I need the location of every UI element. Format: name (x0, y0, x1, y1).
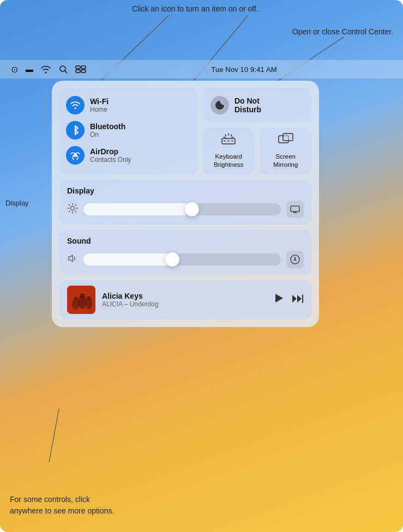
annotation-bottom-left: For some controls, click anywhere to see… (10, 494, 114, 517)
annotation-top-right: Open or close Control Center. (292, 27, 393, 36)
svg-line-28 (69, 204, 70, 205)
svg-rect-9 (76, 70, 80, 72)
display-label: Display (67, 186, 304, 195)
svg-line-17 (225, 135, 226, 136)
dnd-icon[interactable] (210, 96, 229, 114)
svg-line-31 (69, 211, 70, 212)
airdrop-toggle-icon[interactable] (66, 146, 85, 165)
svg-line-6 (65, 71, 67, 73)
sound-volume-icon (67, 253, 78, 266)
svg-line-19 (224, 137, 226, 138)
svg-rect-22 (283, 134, 293, 141)
top-row: Wi-Fi Home Bluetooth On (59, 88, 311, 174)
screen-mirroring-label: Screen Mirroring (264, 153, 307, 169)
display-brightness-icon (67, 203, 78, 216)
track-name: Alicia Keys (102, 292, 268, 300)
svg-rect-15 (231, 140, 233, 142)
airdrop-title: AirDrop (90, 147, 131, 156)
keyboard-brightness-label: Keyboard Brightness (207, 153, 250, 169)
wifi-subtitle: Home (90, 106, 109, 113)
svg-point-42 (80, 293, 85, 299)
album-art-image (67, 286, 95, 314)
svg-point-41 (74, 297, 78, 301)
album-art (67, 286, 95, 314)
connectivity-card[interactable]: Wi-Fi Home Bluetooth On (59, 88, 197, 174)
search-icon[interactable] (59, 65, 68, 74)
playback-controls (274, 293, 304, 306)
annotation-top-center: Click an icon to turn an item on or off. (132, 4, 258, 13)
screen-mirroring-icon (278, 133, 293, 148)
dnd-text: Do Not Disturb (234, 96, 261, 114)
svg-line-29 (75, 211, 76, 212)
svg-rect-7 (76, 66, 80, 69)
now-playing-section: Alicia Keys ALICIA – Underdog (59, 280, 311, 319)
right-tiles: Do Not Disturb (203, 88, 311, 174)
menubar-left-icons: ⊙ ▬ (11, 64, 86, 75)
play-button[interactable] (274, 293, 284, 306)
svg-line-18 (231, 135, 232, 136)
control-center-icon[interactable] (75, 65, 86, 74)
display-slider[interactable] (83, 203, 281, 215)
svg-rect-13 (224, 140, 226, 142)
airdrop-item[interactable]: AirDrop Contacts Only (66, 146, 191, 165)
small-tiles: Keyboard Brightness Screen Mirroring (203, 128, 311, 174)
svg-rect-14 (227, 140, 230, 142)
bluetooth-text: Bluetooth On (90, 122, 125, 138)
menubar: ⊙ ▬ Tue Nov 10 9: (0, 60, 403, 78)
svg-point-36 (294, 257, 296, 258)
airplay-icon[interactable] (286, 251, 304, 268)
battery-icon[interactable]: ▬ (26, 65, 33, 74)
menubar-datetime: Tue Nov 10 9:41 AM (96, 65, 392, 74)
bluetooth-subtitle: On (90, 131, 125, 138)
svg-rect-32 (291, 206, 299, 211)
wifi-toggle-icon[interactable] (66, 96, 85, 114)
svg-rect-8 (81, 66, 86, 69)
airdrop-subtitle: Contacts Only (90, 156, 131, 164)
svg-point-23 (71, 206, 75, 210)
svg-line-30 (75, 204, 76, 205)
svg-line-20 (232, 137, 233, 138)
sound-slider[interactable] (83, 253, 281, 265)
now-playing-icon[interactable]: ⊙ (11, 64, 18, 75)
bluetooth-title: Bluetooth (90, 122, 125, 131)
keyboard-brightness-icon (221, 133, 236, 148)
screen-mirroring-tile[interactable]: Screen Mirroring (260, 128, 311, 174)
sound-section: Sound (59, 230, 311, 275)
airdrop-text: AirDrop Contacts Only (90, 147, 131, 164)
display-section: Display (59, 180, 311, 225)
bluetooth-toggle-icon[interactable] (66, 121, 85, 140)
wifi-item[interactable]: Wi-Fi Home (66, 96, 191, 114)
svg-rect-10 (81, 70, 86, 72)
wifi-text: Wi-Fi Home (90, 97, 109, 113)
wifi-title: Wi-Fi (90, 97, 109, 106)
track-info: Alicia Keys ALICIA – Underdog (102, 292, 268, 308)
display-end-icon[interactable] (286, 201, 304, 218)
keyboard-brightness-tile[interactable]: Keyboard Brightness (203, 128, 255, 174)
sound-label: Sound (67, 237, 304, 245)
control-center-panel: Wi-Fi Home Bluetooth On (52, 81, 319, 327)
sound-slider-row (67, 251, 304, 268)
dnd-title: Do Not Disturb (234, 96, 261, 114)
wifi-icon[interactable] (40, 65, 51, 74)
display-slider-row (67, 201, 304, 218)
bluetooth-item[interactable]: Bluetooth On (66, 121, 191, 140)
svg-point-11 (74, 154, 77, 157)
dnd-tile[interactable]: Do Not Disturb (203, 88, 311, 122)
track-artist: ALICIA – Underdog (102, 300, 268, 308)
svg-point-43 (87, 296, 91, 300)
skip-forward-button[interactable] (292, 294, 304, 306)
annotation-display: Display (5, 199, 29, 207)
